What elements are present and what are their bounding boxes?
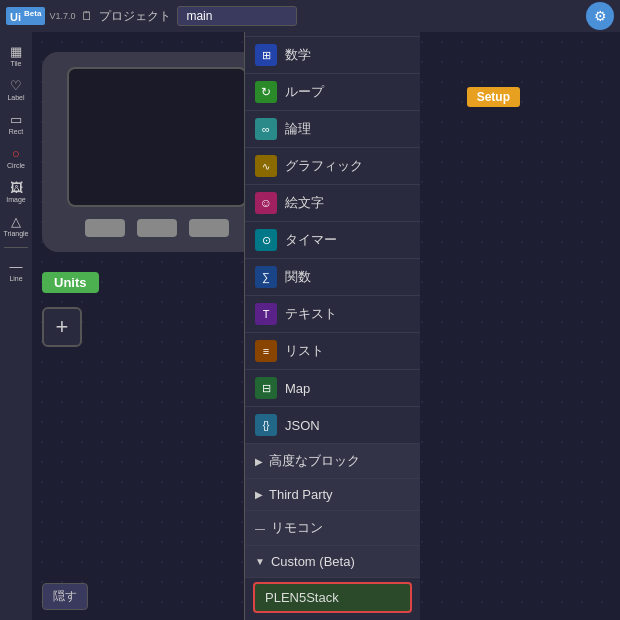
device-btn-2[interactable] — [137, 219, 177, 237]
text-icon: T — [255, 303, 277, 325]
sidebar-divider — [4, 247, 28, 248]
version-label: V1.7.0 — [49, 11, 75, 21]
expand-arrow-remote: — — [255, 523, 265, 534]
category-graphic[interactable]: ∿ グラフィック — [245, 148, 420, 185]
category-emoji[interactable]: ☺ 絵文字 — [245, 185, 420, 222]
rect-icon: ▭ — [6, 111, 26, 127]
sidebar-item-label[interactable]: ♡ Label — [4, 74, 28, 104]
expand-advanced-blocks[interactable]: ▶ 高度なブロック — [245, 444, 420, 479]
sidebar-item-image[interactable]: 🖼 Image — [4, 176, 28, 206]
remote-label: リモコン — [271, 519, 323, 537]
json-icon: {} — [255, 414, 277, 436]
category-menu: ✕ 変数 ⊞ 数学 ↻ ループ ∞ 論理 ∿ グラフィック ☺ 絵文字 ⊙ タイ… — [245, 0, 420, 620]
function-icon: ∑ — [255, 266, 277, 288]
category-map[interactable]: ⊟ Map — [245, 370, 420, 407]
text-label: テキスト — [285, 305, 337, 323]
top-bar: Ui Beta V1.7.0 🗒 プロジェクト ⚙ — [0, 0, 620, 32]
triangle-label: Triangle — [3, 230, 28, 237]
image-icon: 🖼 — [6, 179, 26, 195]
expand-third-party[interactable]: ▶ Third Party — [245, 479, 420, 511]
expand-arrow-custom: ▼ — [255, 556, 265, 567]
loop-label: ループ — [285, 83, 324, 101]
plus-icon: + — [56, 314, 69, 340]
expand-arrow-advanced: ▶ — [255, 456, 263, 467]
sidebar-item-line[interactable]: — Line — [4, 255, 28, 285]
loop-icon: ↻ — [255, 81, 277, 103]
math-icon: ⊞ — [255, 44, 277, 66]
line-label: Line — [9, 275, 22, 282]
left-sidebar: ▦ Tile ♡ Label ▭ Rect ○ Circle 🖼 Image △… — [0, 32, 32, 620]
device-display — [42, 52, 272, 252]
category-loop[interactable]: ↻ ループ — [245, 74, 420, 111]
project-label: プロジェクト — [99, 8, 171, 25]
label-icon: ♡ — [6, 77, 26, 93]
rect-label: Rect — [9, 128, 23, 135]
category-timer[interactable]: ⊙ タイマー — [245, 222, 420, 259]
category-logic[interactable]: ∞ 論理 — [245, 111, 420, 148]
logo: Ui Beta — [6, 7, 45, 25]
math-label: 数学 — [285, 46, 311, 64]
graphic-label: グラフィック — [285, 157, 363, 175]
sidebar-item-circle[interactable]: ○ Circle — [4, 142, 28, 172]
circle-label: Circle — [7, 162, 25, 169]
device-buttons — [85, 219, 229, 237]
gear-button[interactable]: ⚙ — [586, 2, 614, 30]
label-text: Label — [7, 94, 24, 101]
expand-custom-beta[interactable]: ▼ Custom (Beta) — [245, 546, 420, 578]
timer-icon: ⊙ — [255, 229, 277, 251]
project-icon: 🗒 — [81, 9, 93, 23]
tile-icon: ▦ — [6, 43, 26, 59]
category-math[interactable]: ⊞ 数学 — [245, 37, 420, 74]
category-text[interactable]: T テキスト — [245, 296, 420, 333]
category-list[interactable]: ≡ リスト — [245, 333, 420, 370]
triangle-icon: △ — [6, 213, 26, 229]
gear-icon: ⚙ — [594, 8, 607, 24]
graphic-icon: ∿ — [255, 155, 277, 177]
timer-label: タイマー — [285, 231, 337, 249]
device-btn-3[interactable] — [189, 219, 229, 237]
custom-beta-label: Custom (Beta) — [271, 554, 355, 569]
hide-button[interactable]: 隠す — [42, 583, 88, 610]
tile-label: Tile — [10, 60, 21, 67]
units-add-button[interactable]: + — [42, 307, 82, 347]
image-label: Image — [6, 196, 25, 203]
json-label: JSON — [285, 418, 320, 433]
device-screen — [67, 67, 247, 207]
logic-label: 論理 — [285, 120, 311, 138]
plen5stack-label: PLEN5Stack — [265, 590, 339, 605]
units-section: Units + — [42, 272, 99, 347]
third-party-label: Third Party — [269, 487, 333, 502]
list-icon: ≡ — [255, 340, 277, 362]
device-btn-1[interactable] — [85, 219, 125, 237]
logo-area: Ui Beta V1.7.0 — [6, 7, 75, 25]
category-json[interactable]: {} JSON — [245, 407, 420, 444]
advanced-blocks-label: 高度なブロック — [269, 452, 360, 470]
sidebar-item-tile[interactable]: ▦ Tile — [4, 40, 28, 70]
line-icon: — — [6, 258, 26, 274]
plen5stack-item[interactable]: PLEN5Stack — [253, 582, 412, 613]
emoji-label: 絵文字 — [285, 194, 324, 212]
list-label: リスト — [285, 342, 324, 360]
sidebar-item-triangle[interactable]: △ Triangle — [1, 210, 30, 240]
expand-arrow-third-party: ▶ — [255, 489, 263, 500]
setup-badge[interactable]: Setup — [467, 87, 520, 107]
units-badge: Units — [42, 272, 99, 293]
emoji-icon: ☺ — [255, 192, 277, 214]
map-icon: ⊟ — [255, 377, 277, 399]
map-label: Map — [285, 381, 310, 396]
project-name-input[interactable] — [177, 6, 297, 26]
category-function[interactable]: ∑ 関数 — [245, 259, 420, 296]
function-label: 関数 — [285, 268, 311, 286]
sidebar-item-rect[interactable]: ▭ Rect — [4, 108, 28, 138]
expand-remote[interactable]: — リモコン — [245, 511, 420, 546]
circle-icon: ○ — [6, 145, 26, 161]
logic-icon: ∞ — [255, 118, 277, 140]
